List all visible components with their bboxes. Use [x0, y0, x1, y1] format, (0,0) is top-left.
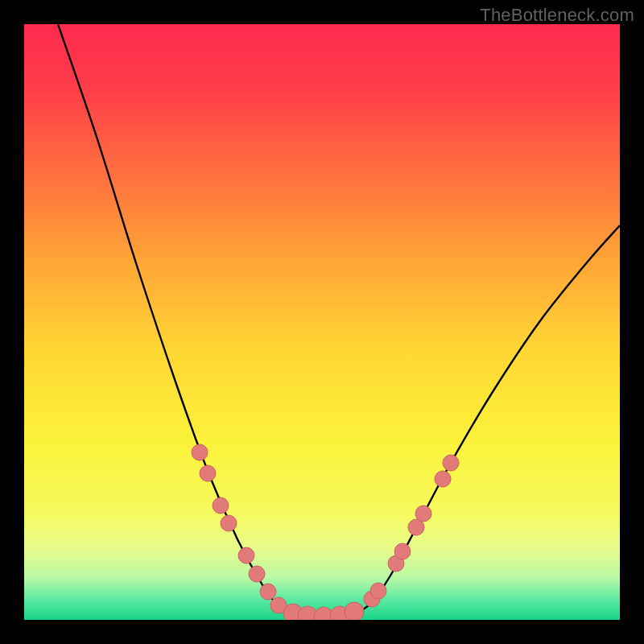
curve-marker: [435, 471, 451, 487]
curve-marker: [443, 455, 459, 471]
watermark-text: TheBottleneck.com: [480, 5, 634, 26]
curve-marker: [260, 584, 276, 600]
curve-marker: [200, 465, 216, 481]
curve-marker: [249, 566, 265, 582]
chart-frame: TheBottleneck.com: [0, 0, 644, 644]
bottleneck-curve: [58, 24, 620, 617]
curve-marker: [345, 602, 364, 620]
curve-marker: [192, 444, 208, 460]
curve-layer: [24, 24, 620, 620]
marker-group: [192, 444, 459, 620]
curve-marker: [221, 515, 237, 531]
curve-marker: [370, 583, 386, 599]
plot-area: [24, 24, 620, 620]
curve-marker: [238, 547, 254, 564]
curve-marker: [213, 497, 229, 514]
curve-marker: [415, 506, 431, 522]
curve-marker: [394, 543, 411, 559]
